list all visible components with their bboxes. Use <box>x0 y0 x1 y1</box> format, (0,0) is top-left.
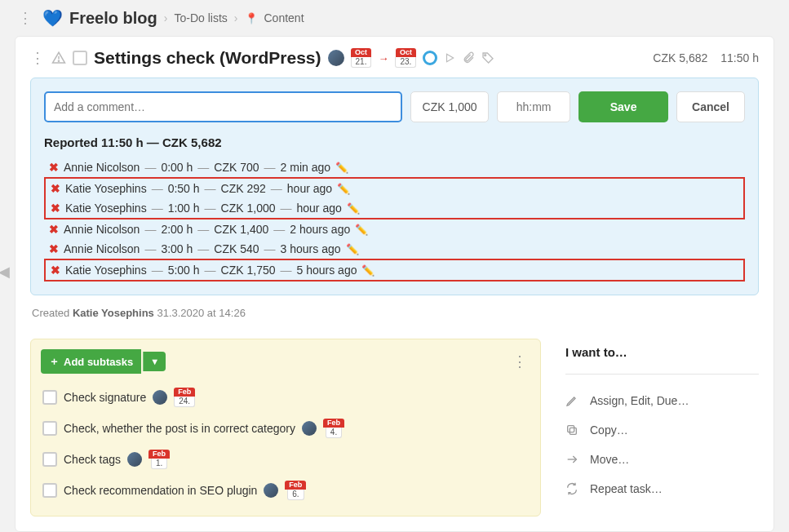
avatar[interactable] <box>127 452 142 467</box>
comment-input[interactable] <box>44 91 402 122</box>
task-checkbox[interactable] <box>73 51 87 65</box>
entry-user: Katie Yosephins <box>65 182 147 195</box>
breadcrumb-list[interactable]: To-Do lists <box>174 11 227 24</box>
edit-icon[interactable]: ✏️ <box>355 224 368 236</box>
save-button[interactable]: Save <box>578 91 668 122</box>
svg-point-3 <box>485 55 486 56</box>
delete-icon[interactable]: ✖ <box>51 182 60 195</box>
pin-icon: 📍 <box>245 12 258 24</box>
time-entry: ✖ Annie Nicolson — 3:00 h — CZK 540 — 3 … <box>44 239 745 259</box>
entry-duration: 3:00 h <box>161 242 193 255</box>
date-day: 21. <box>351 57 372 68</box>
entry-user: Annie Nicolson <box>64 242 140 255</box>
created-author: Katie Yosephins <box>73 307 154 319</box>
entry-duration: 2:00 h <box>161 223 193 236</box>
attachment-icon[interactable] <box>462 51 475 64</box>
task-header: ⋮ Settings check (WordPress) Oct 21. → O… <box>30 48 759 68</box>
time-tracking-panel: Save Cancel Reported 11:50 h — CZK 5,682… <box>30 78 759 295</box>
entry-amount: CZK 700 <box>214 161 259 174</box>
amount-input[interactable] <box>410 91 489 122</box>
warning-icon[interactable] <box>51 51 66 65</box>
time-entry: ✖ Katie Yosephins — 1:00 h — CZK 1,000 —… <box>46 198 743 218</box>
entry-user: Annie Nicolson <box>64 161 140 174</box>
svg-rect-5 <box>568 426 574 432</box>
breadcrumb-sep: › <box>234 11 238 24</box>
delete-icon[interactable]: ✖ <box>51 264 60 277</box>
subtask-row[interactable]: Check tagsFeb1. <box>41 444 530 475</box>
entry-user: Katie Yosephins <box>65 202 147 215</box>
add-subtasks-label: Add subtasks <box>64 356 133 368</box>
created-line: Created Katie Yosephins 31.3.2020 at 14:… <box>30 307 759 319</box>
edit-icon[interactable]: ✏️ <box>346 243 359 255</box>
breadcrumb-kebab-icon[interactable]: ⋮ <box>15 9 36 27</box>
add-subtasks-button[interactable]: ＋ Add subtasks <box>41 349 141 374</box>
subtask-date-badge[interactable]: Feb6. <box>285 481 306 500</box>
time-entry: ✖ Katie Yosephins — 5:00 h — CZK 1,750 —… <box>44 259 745 282</box>
edit-icon[interactable]: ✏️ <box>347 202 360 215</box>
breadcrumb-sep: › <box>164 11 168 24</box>
subtask-row[interactable]: Check, whether the post is in correct ca… <box>41 413 530 444</box>
date-month: Feb <box>285 481 306 490</box>
reported-summary: Reported 11:50 h — CZK 5,682 <box>44 135 745 149</box>
date-from-badge[interactable]: Oct 21. <box>351 48 372 68</box>
time-entries-list: ✖ Annie Nicolson — 0:00 h — CZK 700 — 2 … <box>44 157 745 282</box>
entry-duration: 5:00 h <box>168 264 200 277</box>
avatar[interactable] <box>328 50 344 66</box>
add-subtasks-dropdown[interactable]: ▼ <box>143 352 166 371</box>
subtask-checkbox[interactable] <box>42 421 57 436</box>
subtasks-kebab-icon[interactable]: ⋮ <box>509 352 530 370</box>
entry-ago: hour ago <box>287 182 332 195</box>
date-month: Oct <box>396 48 416 57</box>
svg-marker-2 <box>447 54 454 61</box>
task-card: ⋮ Settings check (WordPress) Oct 21. → O… <box>15 36 774 532</box>
delete-icon[interactable]: ✖ <box>51 202 60 215</box>
action-label: Assign, Edit, Due… <box>590 394 689 407</box>
date-to-badge[interactable]: Oct 23. <box>395 48 416 68</box>
pencil-icon <box>565 394 580 407</box>
delete-icon[interactable]: ✖ <box>49 161 59 174</box>
date-month: Oct <box>351 48 371 57</box>
subtask-date-badge[interactable]: Feb24. <box>174 388 195 407</box>
record-timer-button[interactable] <box>423 51 437 65</box>
subtask-row[interactable]: Check recommendation in SEO pluginFeb6. <box>41 475 530 506</box>
subtask-checkbox[interactable] <box>42 452 57 467</box>
entry-ago: 3 hours ago <box>281 242 341 255</box>
entry-user: Annie Nicolson <box>64 223 140 236</box>
action-assign[interactable]: Assign, Edit, Due… <box>565 386 759 415</box>
entry-amount: CZK 1,000 <box>221 202 276 215</box>
date-month: Feb <box>323 419 344 428</box>
subtask-checkbox[interactable] <box>42 390 57 405</box>
subtask-checkbox[interactable] <box>42 483 57 498</box>
action-copy[interactable]: Copy… <box>565 415 759 445</box>
entry-duration: 1:00 h <box>168 202 200 215</box>
delete-icon[interactable]: ✖ <box>49 223 59 236</box>
tag-icon[interactable] <box>481 51 494 64</box>
entry-ago: 2 hours ago <box>290 223 350 236</box>
breadcrumb-project[interactable]: Freelo blog <box>69 9 157 28</box>
edit-icon[interactable]: ✏️ <box>337 183 350 195</box>
subtask-row[interactable]: Check signatureFeb24. <box>41 382 530 413</box>
edit-icon[interactable]: ✏️ <box>335 162 348 174</box>
collapse-left-chevron[interactable]: ◀ <box>0 263 10 281</box>
entry-amount: CZK 292 <box>221 182 266 195</box>
subtask-date-badge[interactable]: Feb1. <box>148 450 170 469</box>
time-input[interactable] <box>497 91 570 122</box>
avatar[interactable] <box>302 421 317 436</box>
avatar[interactable] <box>153 390 167 405</box>
action-move[interactable]: Move… <box>565 445 759 474</box>
delete-icon[interactable]: ✖ <box>49 242 59 255</box>
breadcrumb-content[interactable]: Content <box>264 11 304 24</box>
subtask-date-badge[interactable]: Feb4. <box>323 419 344 438</box>
action-repeat[interactable]: Repeat task… <box>565 474 759 503</box>
subtask-label: Check signature <box>64 391 146 404</box>
edit-icon[interactable]: ✏️ <box>361 264 375 277</box>
copy-icon <box>565 423 580 437</box>
plus-icon: ＋ <box>49 354 60 369</box>
cancel-button[interactable]: Cancel <box>676 91 745 122</box>
avatar[interactable] <box>264 483 278 498</box>
date-day: 6. <box>287 490 304 500</box>
date-month: Feb <box>148 450 170 459</box>
play-icon[interactable] <box>444 52 455 64</box>
action-label: Repeat task… <box>590 482 663 495</box>
task-kebab-icon[interactable]: ⋮ <box>30 49 45 67</box>
